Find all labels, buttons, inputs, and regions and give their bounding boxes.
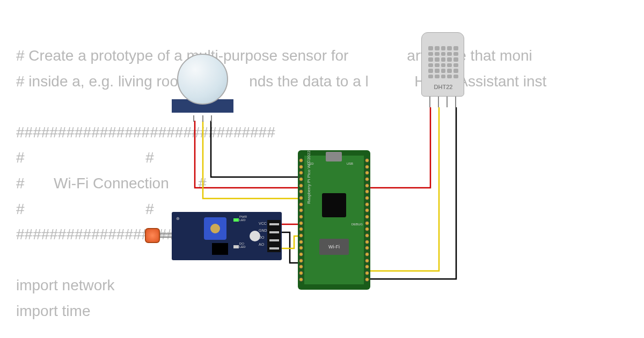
dht-body: DHT22 [421,32,464,97]
ldr-header-pin [269,239,279,241]
ldr-comparator-chip [212,243,228,255]
pico-debug-label: DEBUG [352,223,363,226]
ldr-potentiometer [204,217,226,240]
pico-pin [299,227,303,231]
dht-slot [441,75,446,79]
pico-usb-label: USB [347,162,353,165]
ldr-label-gnd: GND [259,229,267,232]
dht-pin [429,97,430,107]
dht-slot [435,57,440,62]
wire-dht-vcc [370,107,430,188]
pico-pin [365,221,369,225]
pico-pin [365,259,369,263]
dht-slot [441,46,446,50]
pico-pin [365,246,369,250]
wire-pir-vcc [195,121,298,188]
dht-slot [441,69,446,73]
pico-pin [365,240,369,244]
dht-slot [453,52,458,56]
wire-ldr-gnd [282,232,298,263]
pico-pin [299,233,303,238]
ldr-mount-hole: ⊕ [176,216,180,221]
pir-lead [202,115,203,122]
ldr-photoresistor [145,228,160,243]
ldr-header-pin [269,231,279,233]
pico-pin [299,202,303,207]
pico-pin [299,208,303,212]
ldr-do-led [233,245,239,248]
pico-pin [365,171,369,175]
pico-pin [365,208,369,212]
pico-pin [299,215,303,219]
pir-fresnel-dome [177,54,228,105]
wire-pir-data [203,121,298,199]
dht-slot [447,69,452,73]
dht-label: DHT22 [422,84,465,90]
pico-pin [365,189,369,194]
pico-pin [299,196,303,200]
pico-wifi-module: Wi-Fi [319,239,349,255]
pico-led-label: LED [308,162,314,165]
component-pico-w[interactable]: Wi-Fi Raspberry Pi Pico W ©2022 DEBUG LE… [298,150,370,290]
dht-pin [438,97,439,107]
pico-pin [299,221,303,225]
pico-pcb [304,156,364,284]
component-dht22[interactable]: DHT22 [421,32,464,107]
pico-usb-port [326,152,342,161]
pico-pin [365,264,369,269]
pico-pin [299,171,303,175]
dht-slot [435,52,440,56]
wiring-diagram: Wi-Fi Raspberry Pi Pico W ©2022 DEBUG LE… [0,0,644,338]
dht-pin [455,97,456,107]
wire-dht-gnd [370,107,456,279]
ldr-sensor-leads [160,233,172,238]
dht-slot [428,63,433,68]
wire-pir-gnd [211,121,298,177]
dht-slot [428,52,433,56]
dht-slot [435,46,440,50]
pir-lead [193,115,194,122]
ldr-mount-labels: ⊕ [176,216,180,221]
pico-pin [299,252,303,256]
component-ldr-module[interactable]: ⊕ VCC GND DO AO PWRLED DOLED [145,212,282,260]
pir-leads [193,115,212,122]
ldr-label-do: DO [259,236,267,239]
ldr-pin-header [267,220,281,252]
dht-pins [429,97,456,107]
component-pir-sensor[interactable]: + D − [172,54,233,115]
dht-slot [435,75,440,79]
pico-pin [299,177,303,181]
pico-silk-text: Raspberry Pi Pico W ©2022 [306,150,311,204]
dht-slot [453,69,458,73]
dht-slot [441,63,446,68]
pico-pin [365,196,369,200]
dht-slot [428,57,433,62]
pico-pin [365,202,369,207]
ldr-pin-labels: VCC GND DO AO [259,222,267,246]
pico-pin [365,252,369,256]
dht-pin [447,97,448,107]
dht-slot [441,57,446,62]
ldr-label-vcc: VCC [259,222,267,225]
dht-slot [428,69,433,73]
dht-slot [453,57,458,62]
pico-pin [299,264,303,269]
pico-pin [365,215,369,219]
pico-pin [365,158,369,163]
dht-slot [447,63,452,68]
dht-slot [447,46,452,50]
ldr-header-pin [269,223,279,225]
pico-pin [299,240,303,244]
pico-pin [365,277,369,282]
wire-dht-data [370,107,439,271]
dht-slot [453,75,458,79]
dht-slot [447,52,452,56]
pir-lead [211,115,212,122]
pico-pin [365,227,369,231]
ldr-label-ao: AO [259,243,267,246]
pico-pins-right [365,158,369,282]
pico-pin [299,183,303,188]
pico-pin [299,259,303,263]
wire-ldr-ao [282,236,298,248]
dht-slot [428,46,433,50]
